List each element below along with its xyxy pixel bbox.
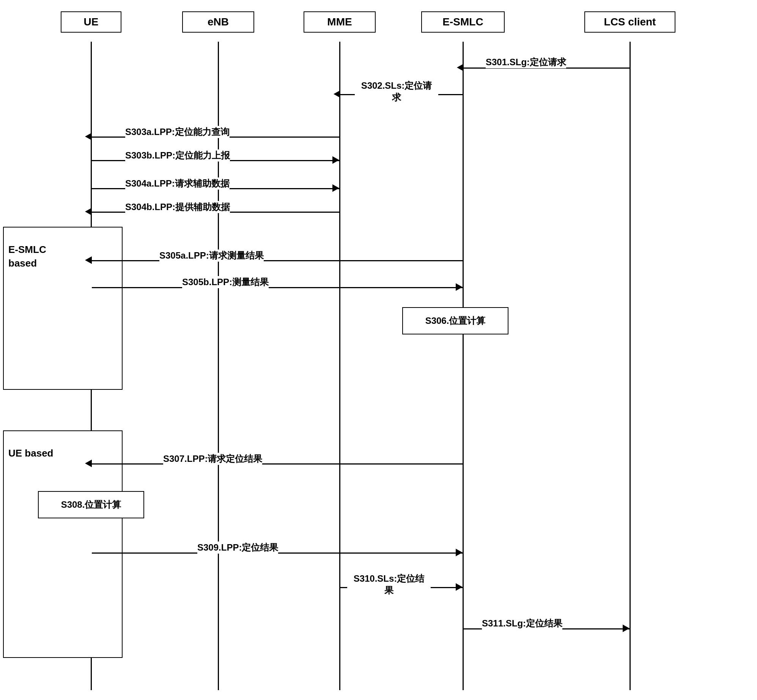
- arrow-S302-head: [334, 90, 340, 98]
- ue-based-bracket: [3, 430, 123, 658]
- arrow-S303a-label: S303a.LPP:定位能力查询: [125, 126, 230, 138]
- arrow-S303b-head: [332, 156, 339, 164]
- arrow-S304b-head: [85, 208, 92, 215]
- arrow-S309-head: [456, 549, 463, 556]
- lifeline-LCS-client: [630, 42, 631, 690]
- arrow-S303a-head: [85, 133, 92, 140]
- arrow-S310-label: S310.SLs:定位结果: [347, 573, 431, 596]
- arrow-S305a-head: [85, 256, 92, 264]
- arrow-S301-label: S301.SLg:定位请求: [486, 56, 566, 68]
- arrow-S304b-label: S304b.LPP:提供辅助数据: [125, 201, 230, 213]
- S308-calc-box: S308.位置计算: [38, 491, 144, 518]
- arrow-S305a-line: [92, 260, 463, 261]
- entity-LCS-client: LCS client: [584, 11, 675, 33]
- arrow-S302-label: S302.SLs:定位请求: [355, 80, 438, 103]
- arrow-S309-label: S309.LPP:定位结果: [197, 541, 278, 554]
- arrow-S307-line: [92, 463, 463, 465]
- arrow-S305a-label: S305a.LPP:请求测量结果: [159, 250, 264, 262]
- esmlc-based-label: E-SMLC based: [8, 243, 58, 270]
- ue-based-label: UE based: [8, 447, 54, 459]
- arrow-S301-head: [457, 64, 464, 71]
- entity-eNB: eNB: [182, 11, 254, 33]
- lifeline-eNB: [218, 42, 219, 690]
- arrow-S310-head: [456, 583, 463, 591]
- arrow-S305b-label: S305b.LPP:测量结果: [182, 276, 269, 288]
- arrow-S311-head: [623, 625, 630, 632]
- arrow-S304a-label: S304a.LPP:请求辅助数据: [125, 177, 230, 190]
- arrow-S307-label: S307.LPP:请求定位结果: [163, 453, 262, 465]
- arrow-S304a-head: [332, 184, 339, 192]
- S306-calc-box: S306.位置计算: [402, 307, 508, 334]
- entity-MME: MME: [304, 11, 376, 33]
- arrow-S311-label: S311.SLg:定位结果: [482, 617, 562, 629]
- entity-E-SMLC: E-SMLC: [421, 11, 505, 33]
- lifeline-E-SMLC: [463, 42, 464, 690]
- arrow-S307-head: [85, 460, 92, 467]
- arrow-S305b-head: [456, 283, 463, 291]
- entity-UE: UE: [61, 11, 121, 33]
- arrow-S305b-line: [92, 287, 463, 288]
- arrow-S303b-label: S303b.LPP:定位能力上报: [125, 149, 230, 162]
- sequence-diagram: UE eNB MME E-SMLC LCS client S301.SLg:定位…: [0, 0, 757, 700]
- lifeline-MME: [339, 42, 340, 690]
